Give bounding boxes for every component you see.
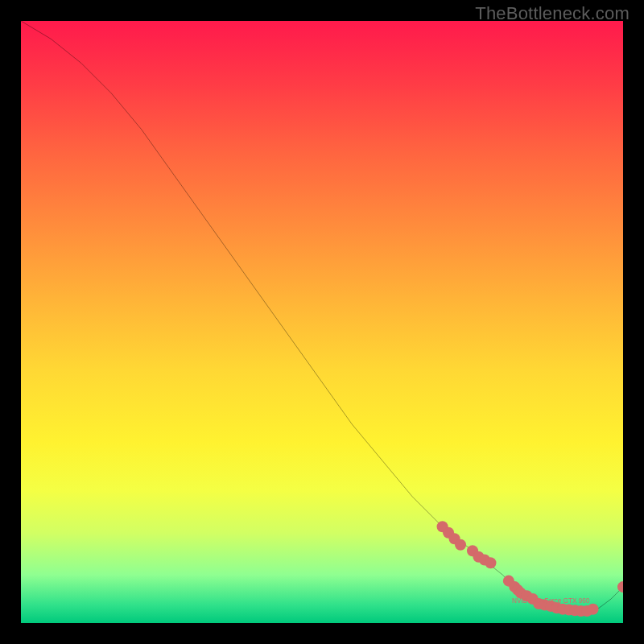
- chart-frame: TheBottleneck.com NVIDIA GeForce GTX 960: [0, 0, 644, 644]
- highlight-point: [617, 581, 623, 592]
- curve-group: [21, 21, 623, 611]
- plot-overlay: NVIDIA GeForce GTX 960: [21, 21, 623, 623]
- curve-label: NVIDIA GeForce GTX 960: [512, 597, 590, 605]
- main-curve: [21, 21, 623, 611]
- watermark-text: TheBottleneck.com: [475, 3, 630, 24]
- highlight-point: [455, 539, 466, 551]
- highlight-point: [588, 604, 599, 615]
- highlight-point: [485, 557, 496, 568]
